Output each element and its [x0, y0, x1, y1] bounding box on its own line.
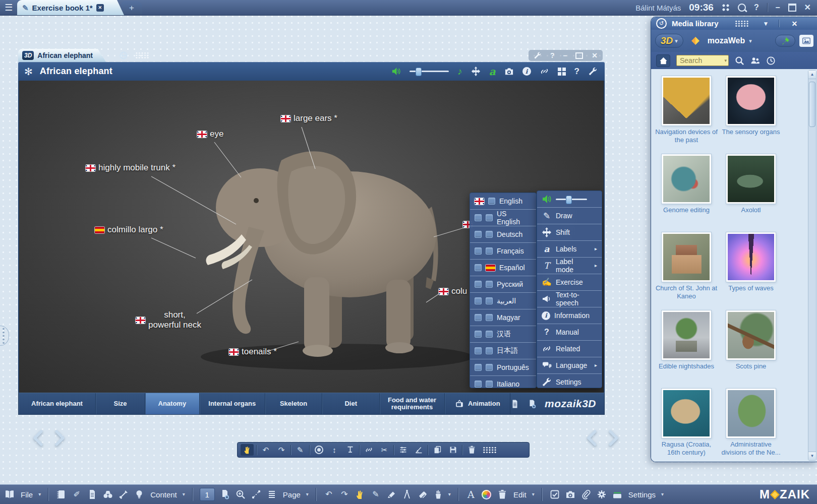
compass-tool[interactable]	[401, 489, 413, 500]
user-name[interactable]: Bálint Mátyás	[635, 4, 681, 12]
related-link-icon[interactable]	[540, 67, 549, 76]
label-neck[interactable]: short, powerful neck	[136, 310, 201, 330]
uk-flag-icon[interactable]	[439, 288, 448, 295]
tab-animation[interactable]: Animation	[445, 393, 510, 414]
checkbox[interactable]	[475, 347, 482, 354]
new-tab-button[interactable]: +	[121, 1, 142, 14]
apps-grid-icon[interactable]	[722, 4, 730, 12]
checkbox[interactable]	[475, 214, 482, 221]
checkbox[interactable]	[475, 281, 482, 288]
settings-wrench-icon[interactable]	[588, 67, 598, 76]
community-icon[interactable]	[750, 56, 760, 66]
tab-food-water[interactable]: Food and water requirements	[380, 393, 444, 414]
next-page-arrow[interactable]	[50, 430, 68, 446]
target-tool[interactable]	[312, 444, 325, 456]
menu-item-portugues[interactable]: Português	[470, 359, 536, 376]
search-input[interactable]	[676, 55, 729, 66]
checkbox[interactable]	[486, 214, 493, 221]
uk-flag-icon[interactable]	[197, 131, 207, 138]
tab-african-elephant[interactable]: African elephant	[19, 393, 96, 414]
thumbnail-sensory-organs[interactable]	[726, 76, 776, 125]
menu-item-related[interactable]: Related	[537, 341, 602, 357]
close-button[interactable]: ✕	[804, 4, 811, 12]
tools-wrench-icon[interactable]	[534, 51, 542, 59]
document-icon[interactable]	[87, 489, 98, 500]
list-item[interactable]: Edible nightshades	[654, 310, 719, 389]
music-icon[interactable]: ♪	[457, 67, 462, 76]
thumbnail-netherlands[interactable]	[726, 389, 776, 438]
drag-dots-icon[interactable]	[735, 20, 749, 27]
thumbnail-types-of-waves[interactable]	[726, 232, 776, 282]
angle-tool[interactable]	[412, 444, 425, 456]
viewer-close-button[interactable]: ✕	[592, 52, 598, 59]
pen-tool[interactable]: ✎	[370, 489, 381, 500]
tab-size[interactable]: Size	[96, 393, 145, 414]
check-exercise-icon[interactable]	[549, 489, 560, 500]
spanish-flag-icon[interactable]	[95, 227, 104, 233]
toolbar-drag-handle[interactable]	[483, 447, 497, 454]
menu-item-english[interactable]: English	[470, 193, 536, 210]
switch-source-icon[interactable]	[687, 37, 704, 45]
viewer-minimize-button[interactable]: –	[563, 52, 567, 59]
thumbnail-edible-nightshades[interactable]	[662, 310, 711, 360]
uk-flag-icon[interactable]	[136, 317, 145, 324]
color-wheel-tool[interactable]	[481, 489, 492, 500]
copy-tool[interactable]	[431, 444, 444, 456]
checkbox[interactable]	[475, 314, 482, 321]
checkbox[interactable]	[486, 364, 493, 371]
label-tusk[interactable]: colmillo largo *	[95, 225, 163, 235]
checkbox[interactable]	[488, 198, 495, 205]
scroll-down-icon[interactable]: ▼	[808, 452, 816, 460]
label-legs-partial[interactable]: colu	[439, 286, 467, 296]
exercise-book-tab[interactable]: ✎ Exercise book 1* ✕	[17, 0, 124, 15]
thumbnail-navigation-devices[interactable]	[662, 76, 711, 125]
media-close-icon[interactable]: ✕	[791, 20, 797, 27]
menu-item-magyar[interactable]: Magyar	[470, 309, 536, 326]
list-item[interactable]: Church of St. John at Kaneo	[654, 232, 719, 310]
hand-tool[interactable]	[355, 489, 366, 500]
menu-item-chinese[interactable]: 汉语	[470, 326, 536, 343]
flip-vertical-tool[interactable]: ↕	[328, 444, 341, 456]
content-menu[interactable]: Content	[150, 490, 177, 499]
menu-item-language[interactable]: Language▸	[537, 357, 602, 374]
menu-item-italiano[interactable]: Italiano	[470, 376, 536, 392]
list-item[interactable]: Types of waves	[719, 232, 783, 310]
minimize-button[interactable]: –	[776, 4, 780, 12]
trash-tool[interactable]	[497, 489, 508, 500]
link-tool[interactable]	[362, 444, 375, 456]
image-library-button[interactable]	[799, 35, 813, 47]
viewer-maximize-button[interactable]	[575, 52, 583, 59]
zoom-icon[interactable]	[235, 489, 246, 500]
pen-tool[interactable]: ✎	[294, 444, 307, 456]
volume-slider-thumb[interactable]	[416, 68, 422, 76]
thumbnail-church-kaneo[interactable]	[662, 232, 711, 282]
list-item[interactable]: Administrative divisions of the Ne...	[719, 389, 783, 462]
list-item[interactable]: Genome editing	[654, 154, 719, 232]
adjust-tool[interactable]	[396, 444, 410, 456]
hand-tool[interactable]	[241, 444, 254, 456]
checkbox[interactable]	[475, 231, 482, 238]
side-drawer-handle[interactable]	[0, 326, 9, 346]
tab-internal-organs[interactable]: Internal organs	[200, 393, 265, 414]
list-item[interactable]: The sensory organs	[719, 76, 783, 154]
thumbnail-axolotl[interactable]	[726, 154, 776, 204]
checkbox[interactable]	[486, 247, 493, 255]
snapshot-route-icon[interactable]	[251, 489, 262, 500]
manual-icon[interactable]: ?	[574, 67, 579, 76]
list-item[interactable]: Scots pine	[719, 310, 783, 389]
thumbnail-ragusa[interactable]	[662, 389, 711, 438]
undo-button[interactable]: ↶	[323, 489, 334, 500]
checkbox[interactable]	[475, 247, 482, 255]
help-icon[interactable]: ?	[754, 4, 759, 12]
menu-item-settings[interactable]: Settings	[537, 374, 602, 390]
label-toenails[interactable]: toenails *	[229, 347, 277, 357]
delete-tool[interactable]	[465, 444, 478, 456]
thumbnail-scots-pine[interactable]	[726, 310, 776, 360]
menu-item-espanol[interactable]: Español	[470, 260, 536, 276]
menu-item-labels[interactable]: a Labels▸	[537, 241, 602, 258]
labels-icon[interactable]: a	[489, 66, 496, 78]
tab-diet[interactable]: Diet	[322, 393, 380, 414]
volume-icon[interactable]	[391, 67, 401, 76]
checkbox[interactable]	[475, 297, 482, 304]
prev-page-arrow[interactable]	[30, 430, 47, 446]
